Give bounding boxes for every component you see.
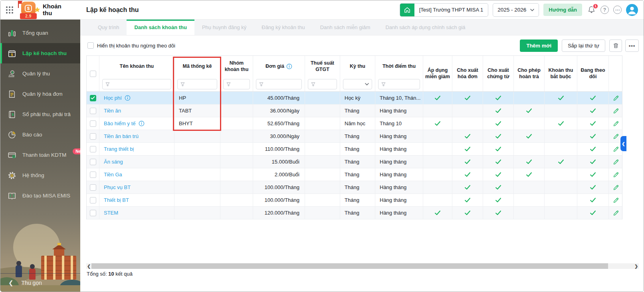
edit-pencil-icon[interactable] [613, 159, 619, 165]
user-avatar[interactable] [626, 4, 638, 16]
notification-bell-button[interactable]: 1 [587, 5, 596, 15]
version-badge: 2.9 [20, 13, 37, 19]
hand-coin-icon: $ [7, 69, 17, 78]
table-row-8[interactable]: Thiết bị BT100.000/ThángThángHàng tháng [87, 194, 622, 207]
fee-name-link[interactable]: Ăn sáng [104, 159, 123, 165]
table-row-5[interactable]: Ăn sáng15.000/BuổiThángHàng tháng [87, 156, 622, 168]
edit-pencil-icon[interactable] [613, 95, 619, 101]
table-row-6[interactable]: Tiền Ga2.000/BuổiThángHàng tháng [87, 168, 622, 181]
fee-name-link[interactable]: Học phí [104, 95, 122, 101]
add-new-button[interactable]: Thêm mới [520, 39, 558, 52]
info-icon[interactable] [139, 120, 145, 126]
side-panel-toggle[interactable]: ❮ [620, 136, 626, 151]
horizontal-scrollbar[interactable]: ❮ ❯ [86, 263, 639, 269]
more-options-button[interactable]: ⋯ [613, 6, 622, 14]
sidebar-item-2[interactable]: $Quản lý thu [0, 63, 80, 84]
sidebar-item-7[interactable]: Hệ thống [0, 165, 80, 185]
home-icon[interactable] [400, 4, 414, 16]
info-icon[interactable] [286, 63, 292, 69]
row-checkbox[interactable] [90, 197, 96, 203]
cell-mandatory [545, 181, 577, 193]
sidebar-item-3[interactable]: Quản lý hóa đơn [0, 84, 80, 104]
row-checkbox[interactable] [90, 133, 96, 140]
cell-price: 100.000/Tháng [253, 181, 305, 193]
row-checkbox[interactable] [90, 146, 96, 152]
row-checkbox[interactable] [90, 210, 96, 216]
filter-input-code[interactable] [187, 81, 214, 87]
check-icon [590, 172, 596, 177]
help-button[interactable]: ? [600, 6, 609, 14]
filter-input-vat[interactable] [308, 79, 337, 89]
filter-input-group[interactable] [233, 81, 247, 87]
sidebar-item-6[interactable]: Thanh toán KDTMNew [0, 145, 80, 165]
table-row-7[interactable]: Phục vụ BT100.000/ThángThángHàng tháng [87, 181, 622, 194]
sidebar-collapse-button[interactable]: ❮ Thu gọn [0, 273, 80, 292]
column-label-tracking: Đang theo dõi [577, 56, 608, 91]
table-row-9[interactable]: STEM120.000/ThángThángHàng tháng [87, 207, 622, 219]
tab-3[interactable]: Đăng ký khoản thu [254, 20, 312, 35]
tab-1[interactable]: Danh sách khoản thu [127, 20, 194, 35]
tab-0[interactable]: Quy trình [90, 20, 127, 35]
filter-select-period[interactable] [343, 79, 372, 89]
school-selector[interactable]: [Test] Trường THPT MISA 1 [400, 3, 489, 17]
scrollbar-thumb[interactable] [91, 263, 608, 269]
row-checkbox[interactable] [90, 108, 96, 114]
scroll-right-arrow[interactable]: ❯ [634, 263, 639, 269]
filter-input-name[interactable] [112, 81, 168, 87]
filter-input-code[interactable] [177, 79, 217, 89]
row-checkbox[interactable] [90, 120, 96, 127]
fee-name-link[interactable]: Trang thiết bị [104, 146, 134, 152]
edit-pencil-icon[interactable] [613, 210, 619, 216]
check-icon [495, 159, 501, 164]
table-row-2[interactable]: Bảo hiểm y tếBHYT52.650/ThángNăm họcThán… [87, 117, 622, 130]
sidebar-item-8[interactable]: Đào tạo MISA EMIS [0, 185, 80, 206]
filter-input-vat[interactable] [317, 81, 334, 87]
sidebar-item-1[interactable]: $Lập kế hoạch thu [0, 43, 80, 63]
edit-pencil-icon[interactable] [613, 184, 619, 191]
fee-name-link[interactable]: Tiền ăn bán trú [104, 133, 139, 139]
fee-name-link[interactable]: Bảo hiểm y tế [104, 120, 136, 126]
edit-pencil-icon[interactable] [613, 146, 619, 152]
tab-5[interactable]: Danh sách áp dụng chính sách giá [378, 20, 473, 35]
fee-name-link[interactable]: Phục vụ BT [104, 184, 131, 190]
row-checkbox[interactable] [90, 184, 96, 191]
edit-pencil-icon[interactable] [613, 108, 619, 114]
table-row-3[interactable]: Tiền ăn bán trú30.000/NgàyThángHàng thán… [87, 130, 622, 143]
table-row-0[interactable]: Học phíHP45.000/ThángHọc kỳTháng 10, Thá… [87, 92, 622, 105]
edit-pencil-icon[interactable] [613, 133, 619, 140]
more-actions-button[interactable]: ••• [625, 39, 639, 52]
delete-button[interactable] [609, 39, 622, 52]
info-icon[interactable] [125, 95, 131, 101]
filter-input-price[interactable] [266, 81, 299, 87]
table-row-4[interactable]: Trang thiết bị110.000/ThángThángHàng thá… [87, 143, 622, 156]
scroll-left-arrow[interactable]: ❮ [86, 263, 91, 269]
tab-4[interactable]: Danh sách miễn giảm [313, 20, 378, 35]
filter-input-time[interactable] [378, 79, 420, 89]
fee-name-link[interactable]: Thiết bị BT [104, 197, 129, 203]
sidebar-item-5[interactable]: Báo cáo [0, 124, 80, 145]
fee-name-link[interactable]: Tiền Ga [104, 172, 122, 178]
row-checkbox[interactable] [90, 95, 96, 101]
apps-grid-icon[interactable] [5, 6, 14, 14]
row-checkbox[interactable] [90, 159, 96, 165]
sidebar-item-0[interactable]: Tổng quan [0, 23, 80, 43]
edit-pencil-icon[interactable] [613, 197, 619, 203]
show-stopped-checkbox[interactable] [87, 42, 94, 49]
filter-input-time[interactable] [388, 81, 417, 87]
edit-pencil-icon[interactable] [613, 172, 619, 178]
filter-input-group[interactable] [223, 79, 250, 89]
table-row-1[interactable]: Tiền ănTABT36.000/NgàyThángHàng tháng [87, 105, 622, 117]
sidebar-item-4[interactable]: $Sổ phải thu, phải trả [0, 104, 80, 124]
tab-2[interactable]: Phụ huynh đăng ký [194, 20, 254, 35]
school-year-select[interactable]: 2025 - 2026 [493, 3, 539, 17]
row-checkbox[interactable] [90, 172, 96, 178]
cell-group [220, 194, 253, 206]
select-all-checkbox[interactable] [90, 71, 96, 77]
fee-name-link[interactable]: Tiền ăn [104, 108, 121, 114]
fee-name-link[interactable]: STEM [104, 210, 118, 216]
filter-input-price[interactable] [256, 79, 302, 89]
edit-pencil-icon[interactable] [613, 120, 619, 127]
guide-button[interactable]: Hướng dẫn [543, 4, 582, 16]
reorder-button[interactable]: Sắp lại thứ tự [562, 39, 605, 52]
filter-input-name[interactable] [102, 79, 171, 89]
